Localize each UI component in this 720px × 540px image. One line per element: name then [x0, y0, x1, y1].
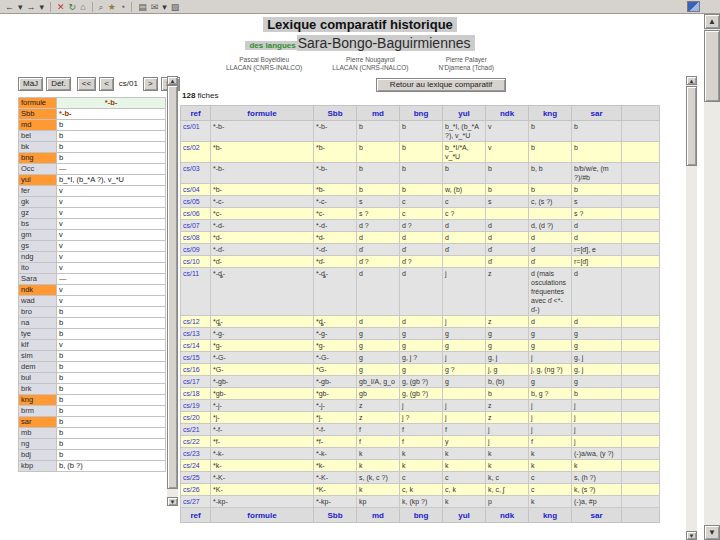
ref-link-cs/12[interactable]: cs/12 — [183, 318, 200, 325]
table-row-cs/11: cs/11*-ȡ-*-ȡ-ddjzd (mais osculations fré… — [181, 268, 660, 316]
scrollbar-thumb[interactable] — [167, 85, 178, 489]
column-header-ndk[interactable]: ndk — [486, 508, 529, 523]
column-header-yul[interactable]: yul — [443, 508, 486, 523]
column-header-bng[interactable]: bng — [400, 508, 443, 523]
ref-link-cs/11[interactable]: cs/11 — [183, 270, 199, 277]
column-header-ref[interactable]: ref — [181, 508, 211, 523]
ref-link-cs/04[interactable]: cs/04 — [183, 186, 200, 193]
column-header-sar[interactable]: sar — [572, 508, 622, 523]
scroll-up-arrow-icon[interactable]: ▲ — [167, 76, 178, 85]
ref-link-cs/25[interactable]: cs/25 — [183, 474, 200, 481]
ref-link-cs/24[interactable]: cs/24 — [183, 462, 200, 469]
ref-link-cs/14[interactable]: cs/14 — [183, 342, 200, 349]
ref-link-cs/01[interactable]: cs/01 — [183, 123, 200, 130]
next-record-button[interactable]: > — [143, 77, 158, 91]
field-value-ndg: v — [57, 252, 166, 263]
table-row-cs/14: cs/14*g-*g-gggggg — [181, 340, 660, 352]
back-dropdown-icon[interactable]: ▾ — [18, 2, 23, 12]
column-header-yul[interactable]: yul — [443, 106, 486, 121]
search-icon[interactable]: ⌕ — [99, 2, 104, 12]
ref-link-cs/02[interactable]: cs/02 — [183, 144, 200, 151]
column-header-ref[interactable]: ref — [181, 106, 211, 121]
def-button[interactable]: Déf. — [46, 77, 71, 91]
field-label-bul: bul — [19, 373, 57, 384]
window-scrollbar[interactable]: ▲ ▼ — [704, 14, 720, 540]
column-header-formule[interactable]: formule — [211, 508, 314, 523]
ref-link-cs/13[interactable]: cs/13 — [183, 330, 200, 337]
scroll-up-arrow-icon[interactable]: ▲ — [704, 14, 720, 29]
home-icon[interactable]: ⌂ — [80, 2, 85, 12]
back-icon[interactable]: ← — [5, 2, 14, 12]
ref-link-cs/18[interactable]: cs/18 — [183, 390, 200, 397]
forward-icon[interactable]: → — [27, 2, 36, 12]
column-header-kng[interactable]: kng — [529, 508, 572, 523]
author: Pierre PalayerN'Djamena (Tchad) — [439, 56, 494, 71]
edit-icon[interactable]: ▨ — [171, 2, 180, 12]
scrollbar-thumb[interactable] — [704, 30, 720, 102]
return-button[interactable]: Retour au lexique comparatif — [376, 78, 506, 92]
ref-cell: cs/19 — [181, 400, 211, 412]
bng-cell: b — [400, 163, 443, 184]
ref-link-cs/17[interactable]: cs/17 — [183, 378, 200, 385]
column-header-formule[interactable]: formule — [211, 106, 314, 121]
kng-cell: j — [529, 424, 572, 436]
ref-link-cs/23[interactable]: cs/23 — [183, 450, 200, 457]
Sbb-cell: *G- — [314, 364, 357, 376]
empty-cell — [622, 352, 660, 364]
md-cell: d — [357, 316, 400, 328]
ref-link-cs/08[interactable]: cs/08 — [183, 234, 200, 241]
ref-cell: cs/13 — [181, 328, 211, 340]
scrollbar-thumb[interactable] — [686, 86, 697, 166]
update-button[interactable]: MàJ — [18, 77, 43, 91]
ref-link-cs/21[interactable]: cs/21 — [183, 426, 200, 433]
column-header-bng[interactable]: bng — [400, 106, 443, 121]
favorites-icon[interactable]: ★ — [108, 2, 116, 12]
prev-record-button[interactable]: < — [99, 77, 114, 91]
column-header-kng[interactable]: kng — [529, 106, 572, 121]
ref-link-cs/03[interactable]: cs/03 — [183, 165, 200, 172]
ref-link-cs/10[interactable]: cs/10 — [183, 258, 200, 265]
ref-link-cs/09[interactable]: cs/09 — [183, 246, 200, 253]
column-header-md[interactable]: md — [357, 106, 400, 121]
print-icon[interactable]: ▤ — [138, 2, 147, 12]
empty-cell — [622, 163, 660, 184]
bng-cell: d — [400, 232, 443, 244]
scroll-down-arrow-icon[interactable]: ▼ — [704, 525, 720, 540]
Sbb-cell: *k- — [314, 460, 357, 472]
results-frame-scrollbar[interactable]: ▲ ▼ — [686, 76, 697, 540]
author-name: Pascal Boyeldieu — [226, 56, 302, 64]
sar-cell: d — [572, 232, 622, 244]
ref-link-cs/15[interactable]: cs/15 — [183, 354, 200, 361]
stop-icon[interactable]: ✕ — [57, 2, 65, 12]
md-cell: s, (k, c ?) — [357, 472, 400, 484]
history-icon[interactable]: ◔ — [120, 2, 125, 12]
mail-icon[interactable]: ✉ — [151, 2, 159, 12]
ref-link-cs/07[interactable]: cs/07 — [183, 222, 200, 229]
ref-link-cs/16[interactable]: cs/16 — [183, 366, 200, 373]
column-header-Sbb[interactable]: Sbb — [314, 106, 357, 121]
ref-link-cs/19[interactable]: cs/19 — [183, 402, 200, 409]
refresh-icon[interactable]: ↻ — [69, 2, 77, 12]
ref-link-cs/26[interactable]: cs/26 — [183, 486, 200, 493]
scroll-up-arrow-icon[interactable]: ▲ — [686, 76, 697, 85]
ref-link-cs/05[interactable]: cs/05 — [183, 198, 200, 205]
Sbb-cell: *b- — [314, 184, 357, 196]
ref-link-cs/20[interactable]: cs/20 — [183, 414, 200, 421]
ref-link-cs/06[interactable]: cs/06 — [183, 210, 200, 217]
scroll-down-arrow-icon[interactable]: ▼ — [167, 497, 178, 506]
scroll-down-arrow-icon[interactable]: ▼ — [686, 531, 697, 540]
column-header-md[interactable]: md — [357, 508, 400, 523]
column-header-ndk[interactable]: ndk — [486, 106, 529, 121]
bng-cell: c — [400, 208, 443, 220]
record-field-row: ferv — [19, 186, 166, 197]
ndk-cell: g, j — [486, 352, 529, 364]
column-header-sar[interactable]: sar — [572, 106, 622, 121]
toolbar-separator — [50, 2, 51, 12]
ref-link-cs/27[interactable]: cs/27 — [183, 498, 200, 505]
forward-dropdown-icon[interactable]: ▾ — [40, 2, 45, 12]
ref-link-cs/22[interactable]: cs/22 — [183, 438, 200, 445]
record-panel-scrollbar[interactable]: ▲ ▼ — [167, 76, 178, 506]
column-header-Sbb[interactable]: Sbb — [314, 508, 357, 523]
first-record-button[interactable]: << — [77, 77, 96, 91]
mail-dropdown-icon[interactable]: ▾ — [162, 2, 167, 12]
